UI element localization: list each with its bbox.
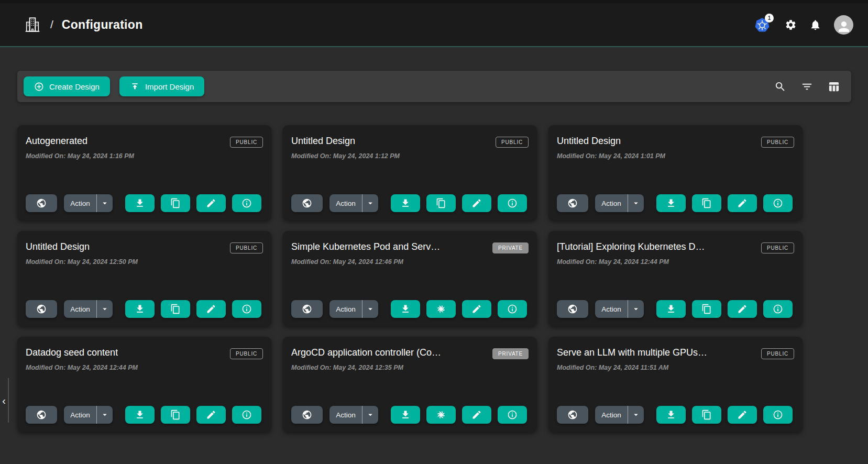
design-card: Untitled Design PUBLIC Modified On: May … [548, 125, 803, 220]
download-button[interactable] [656, 406, 686, 424]
download-button[interactable] [125, 300, 155, 318]
visibility-globe-button[interactable] [557, 406, 588, 424]
edit-icon [471, 410, 482, 420]
visibility-globe-button[interactable] [26, 300, 57, 318]
globe-icon [567, 410, 578, 420]
modified-date: Modified On: May 24, 2024 12:44 PM [557, 258, 794, 266]
clone-button[interactable] [161, 406, 190, 424]
visibility-globe-button[interactable] [291, 406, 323, 424]
search-button[interactable] [774, 81, 786, 93]
card-actions: Action [26, 194, 263, 212]
chevron-down-icon [366, 198, 375, 208]
info-button[interactable] [232, 406, 261, 424]
action-button-label: Action [336, 200, 356, 207]
action-button[interactable]: Action [595, 300, 628, 318]
action-button[interactable]: Action [329, 300, 362, 318]
info-button[interactable] [498, 194, 527, 212]
edit-button[interactable] [462, 406, 491, 424]
card-header: Serve an LLM with multiple GPUs… PUBLIC [557, 347, 794, 359]
action-dropdown-button[interactable] [628, 300, 644, 318]
visibility-globe-button[interactable] [291, 300, 323, 318]
edit-button[interactable] [728, 406, 757, 424]
download-button[interactable] [656, 194, 686, 212]
visibility-badge: PUBLIC [230, 242, 263, 253]
visibility-badge: PUBLIC [230, 137, 263, 148]
edit-button[interactable] [728, 300, 757, 318]
download-button[interactable] [391, 300, 420, 318]
action-button[interactable]: Action [595, 406, 628, 424]
edit-button[interactable] [196, 300, 226, 318]
visibility-badge: PUBLIC [761, 242, 794, 253]
spiral-icon [436, 410, 446, 420]
action-dropdown-button[interactable] [628, 406, 644, 424]
design-card: Autogenerated PUBLIC Modified On: May 24… [17, 125, 271, 220]
info-button[interactable] [498, 300, 527, 318]
clone-button[interactable] [692, 406, 721, 424]
action-dropdown-button[interactable] [96, 406, 113, 424]
edit-button[interactable] [462, 194, 491, 212]
edit-button[interactable] [728, 194, 757, 212]
info-button[interactable] [763, 406, 793, 424]
edit-icon [206, 304, 216, 314]
action-dropdown-button[interactable] [96, 194, 113, 212]
sidebar-collapse-handle[interactable]: ‹ [0, 378, 9, 423]
action-button[interactable]: Action [595, 194, 628, 212]
visibility-globe-button[interactable] [291, 194, 323, 212]
clone-button[interactable] [426, 300, 456, 318]
clone-button[interactable] [692, 300, 721, 318]
visibility-globe-button[interactable] [26, 406, 57, 424]
action-split-button: Action [64, 194, 113, 212]
copy-icon [170, 410, 181, 420]
action-button[interactable]: Action [64, 300, 96, 318]
user-avatar[interactable] [834, 15, 853, 35]
notifications-button[interactable] [809, 19, 821, 31]
create-design-button[interactable]: Create Design [24, 76, 110, 96]
action-button[interactable]: Action [329, 406, 362, 424]
clone-button[interactable] [161, 300, 190, 318]
visibility-globe-button[interactable] [26, 194, 57, 212]
action-dropdown-button[interactable] [362, 300, 378, 318]
edit-button[interactable] [196, 406, 226, 424]
edit-button[interactable] [196, 194, 226, 212]
import-design-button[interactable]: Import Design [119, 76, 204, 96]
action-dropdown-button[interactable] [362, 406, 378, 424]
action-button[interactable]: Action [329, 194, 362, 212]
chevron-left-icon: ‹ [2, 394, 6, 407]
copy-icon [701, 198, 712, 208]
copy-icon [701, 304, 712, 314]
action-button[interactable]: Action [64, 406, 96, 424]
header-actions: 1 [754, 15, 853, 35]
visibility-globe-button[interactable] [557, 300, 588, 318]
action-dropdown-button[interactable] [362, 194, 378, 212]
filter-button[interactable] [801, 81, 813, 93]
info-icon [773, 198, 783, 208]
settings-button[interactable] [785, 19, 797, 31]
clone-button[interactable] [426, 194, 456, 212]
download-button[interactable] [391, 406, 420, 424]
action-dropdown-button[interactable] [628, 194, 644, 212]
action-dropdown-button[interactable] [96, 300, 113, 318]
edit-icon [471, 304, 482, 314]
modified-date: Modified On: May 24, 2024 11:51 AM [557, 364, 794, 371]
table-view-button[interactable] [828, 81, 840, 93]
upload-icon [130, 82, 140, 92]
info-button[interactable] [498, 406, 527, 424]
info-button[interactable] [232, 300, 261, 318]
info-button[interactable] [763, 194, 793, 212]
info-button[interactable] [763, 300, 793, 318]
download-button[interactable] [656, 300, 686, 318]
clone-button[interactable] [161, 194, 190, 212]
clone-button[interactable] [692, 194, 721, 212]
design-card: [Tutorial] Exploring Kubernetes D… PUBLI… [548, 231, 803, 326]
download-button[interactable] [125, 194, 155, 212]
design-card: Serve an LLM with multiple GPUs… PUBLIC … [548, 337, 803, 432]
visibility-globe-button[interactable] [557, 194, 588, 212]
action-button[interactable]: Action [64, 194, 96, 212]
clone-button[interactable] [426, 406, 456, 424]
download-button[interactable] [125, 406, 155, 424]
toolbar-left-group: Create Design Import Design [24, 76, 204, 96]
edit-button[interactable] [462, 300, 491, 318]
download-button[interactable] [391, 194, 420, 212]
info-button[interactable] [232, 194, 261, 212]
kubernetes-context-button[interactable]: 1 [754, 16, 772, 33]
